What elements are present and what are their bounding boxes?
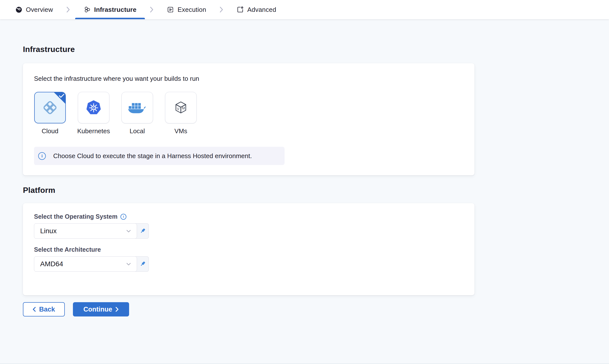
architecture-select[interactable]: AMD64 <box>34 256 137 272</box>
architecture-select-value: AMD64 <box>40 260 63 268</box>
os-info-icon[interactable]: i <box>120 214 126 220</box>
cloud-info-callout: i Choose Cloud to execute the stage in a… <box>34 147 285 165</box>
overview-icon <box>16 6 22 13</box>
back-button[interactable]: Back <box>23 302 65 316</box>
infra-option-kubernetes: Kubernetes <box>78 92 110 135</box>
chevron-right-icon <box>116 307 118 312</box>
os-field-label-text: Select the Operating System <box>34 213 118 220</box>
infrastructure-section-heading: Infrastructure <box>23 19 609 54</box>
os-select-value: Linux <box>40 227 57 235</box>
os-field-label: Select the Operating System i <box>34 213 463 220</box>
active-tab-underline <box>75 18 145 19</box>
platform-card: Select the Operating System i Linux <box>23 203 474 295</box>
pin-icon <box>139 227 146 235</box>
stage-content: Infrastructure Select the infrastructure… <box>0 19 609 316</box>
execution-play-icon <box>167 6 174 13</box>
chevron-right-separator-icon <box>150 6 154 13</box>
continue-button-label: Continue <box>84 306 112 313</box>
tab-execution-label: Execution <box>178 6 206 14</box>
os-select-row: Linux <box>34 223 149 239</box>
tab-advanced[interactable]: Advanced <box>235 0 278 19</box>
infra-option-local-tile[interactable] <box>121 92 153 123</box>
infra-option-local: Local <box>121 92 153 135</box>
stage-configuration-page: Overview Infrastructure <box>0 0 609 364</box>
back-button-label: Back <box>39 306 55 313</box>
infrastructure-card: Select the infrastructure where you want… <box>23 63 474 175</box>
chevron-right-separator-icon <box>220 6 223 13</box>
tab-infrastructure-label: Infrastructure <box>94 6 136 14</box>
infrastructure-options: Cloud <box>34 92 463 135</box>
infra-option-local-label: Local <box>130 127 145 135</box>
svg-text:M: M <box>182 106 185 110</box>
tab-advanced-label: Advanced <box>247 6 276 14</box>
architecture-field-label-text: Select the Architecture <box>34 246 101 253</box>
continue-button[interactable]: Continue <box>73 302 129 316</box>
stage-tabbar: Overview Infrastructure <box>0 0 609 19</box>
chevron-down-icon <box>126 263 131 265</box>
infra-option-vms-label: VMs <box>174 127 187 135</box>
infrastructure-prompt: Select the infrastructure where you want… <box>34 75 463 83</box>
footer-actions: Back Continue <box>23 302 609 316</box>
infra-option-vms: V M VMs <box>165 92 197 135</box>
architecture-field-label: Select the Architecture <box>34 246 463 253</box>
vm-cube-icon: V M <box>173 100 189 116</box>
architecture-select-row: AMD64 <box>34 256 149 272</box>
os-select[interactable]: Linux <box>34 223 137 239</box>
tab-overview[interactable]: Overview <box>14 0 55 19</box>
infra-option-cloud-tile[interactable] <box>34 92 66 123</box>
chevron-down-icon <box>126 230 131 232</box>
info-icon: i <box>38 152 46 160</box>
chevron-right-separator-icon <box>66 6 70 13</box>
cloud-info-callout-text: Choose Cloud to execute the stage in a H… <box>53 152 252 160</box>
infrastructure-hexagons-icon <box>84 6 90 13</box>
infra-option-kubernetes-label: Kubernetes <box>77 127 110 135</box>
tab-execution[interactable]: Execution <box>165 0 208 19</box>
svg-text:V: V <box>177 107 179 111</box>
pin-icon <box>139 260 146 268</box>
docker-icon <box>128 101 147 114</box>
infra-option-cloud: Cloud <box>34 92 66 135</box>
infra-option-kubernetes-tile[interactable] <box>78 92 109 123</box>
tab-overview-label: Overview <box>26 6 53 14</box>
kubernetes-icon <box>85 99 102 116</box>
chevron-left-icon <box>33 307 36 312</box>
tab-infrastructure[interactable]: Infrastructure <box>82 0 138 19</box>
check-icon <box>59 94 64 98</box>
platform-section-heading: Platform <box>23 175 609 195</box>
infra-option-vms-tile[interactable]: V M <box>165 92 197 123</box>
infra-option-cloud-label: Cloud <box>42 127 58 135</box>
advanced-gear-icon <box>237 6 244 13</box>
